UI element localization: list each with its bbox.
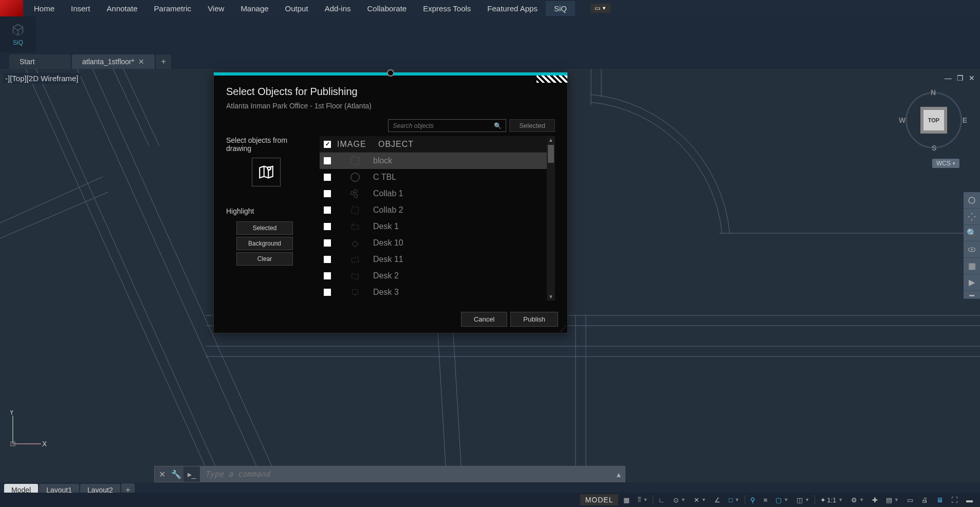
command-history-icon[interactable]: ▴ <box>613 466 625 482</box>
row-checkbox[interactable] <box>324 239 331 247</box>
cancel-button[interactable]: Cancel <box>461 312 507 327</box>
view-label[interactable]: -][Top][2D Wireframe] <box>3 73 81 84</box>
ribbon-addins[interactable]: Add-ins <box>317 1 359 16</box>
wcs-dropdown[interactable]: WCS▾ <box>932 159 959 168</box>
grid-display-icon[interactable]: ▦ <box>620 495 633 505</box>
lock-ui-icon[interactable]: 🖨 <box>918 495 931 505</box>
command-close-icon[interactable]: ✕ <box>155 470 169 479</box>
row-checkbox[interactable] <box>324 256 331 263</box>
select-from-drawing-button[interactable] <box>252 158 281 186</box>
restore-icon[interactable]: ❐ <box>957 74 964 82</box>
table-row[interactable]: Desk 2 <box>320 268 547 284</box>
annotation-icon[interactable]: ⚲ <box>747 495 759 505</box>
nav-play-icon[interactable]: ▶ <box>964 274 980 291</box>
ribbon-insert[interactable]: Insert <box>63 1 99 16</box>
row-checkbox[interactable] <box>324 289 331 296</box>
scroll-down-icon[interactable]: ▼ <box>547 293 555 301</box>
command-input[interactable] <box>200 466 613 482</box>
ortho-icon[interactable]: ∟ <box>655 495 668 505</box>
selection-cycling-icon[interactable]: ◫▼ <box>793 495 812 505</box>
osnap-icon[interactable]: ∠ <box>711 495 724 505</box>
app-logo[interactable] <box>0 0 23 16</box>
viewcube-face-top[interactable]: TOP <box>923 110 944 130</box>
units-icon[interactable]: ▤▼ <box>883 495 902 505</box>
ribbon-express-tools[interactable]: Express Tools <box>415 1 479 16</box>
table-row[interactable]: Desk 11 <box>320 251 547 268</box>
snap-mode-icon[interactable]: ⦙⦙⦙▼ <box>635 495 651 505</box>
search-icon[interactable]: 🔍 <box>494 122 502 129</box>
viewcube-west[interactable]: W <box>899 116 905 124</box>
ucs-icon[interactable]: Y X <box>5 410 46 452</box>
row-checkbox[interactable] <box>324 272 331 279</box>
ribbon-home[interactable]: Home <box>26 1 63 16</box>
ribbon-siq[interactable]: SiQ <box>546 1 575 16</box>
ribbon-output[interactable]: Output <box>277 1 317 16</box>
viewcube-south[interactable]: S <box>932 144 936 152</box>
viewcube-north[interactable]: N <box>931 88 936 97</box>
ribbon-manage[interactable]: Manage <box>232 1 276 16</box>
table-row[interactable]: C TBL <box>320 169 547 185</box>
nav-expand-icon[interactable]: ▬ <box>964 291 980 299</box>
polar-icon[interactable]: ⊙▼ <box>670 495 689 505</box>
table-row[interactable]: Collab 2 <box>320 202 547 218</box>
isolate-objects-icon[interactable]: ⛶ <box>948 495 961 505</box>
column-object[interactable]: OBJECT <box>378 140 545 149</box>
close-icon[interactable]: ✕ <box>138 58 144 66</box>
row-checkbox[interactable] <box>324 190 331 197</box>
dialog-grip-icon[interactable] <box>387 69 394 77</box>
highlight-selected-button[interactable]: Selected <box>236 221 293 235</box>
annotation-scale[interactable]: ✦ 1:1▼ <box>817 495 846 505</box>
dialog-titlebar[interactable] <box>214 72 567 76</box>
ribbon-annotate[interactable]: Annotate <box>99 1 146 16</box>
minimize-icon[interactable]: — <box>945 74 952 82</box>
graphics-performance-icon[interactable]: 🖥 <box>933 495 946 505</box>
viewcube[interactable]: TOP N S E W <box>903 89 965 151</box>
view-selected-button[interactable]: Selected <box>509 119 555 132</box>
annotation-monitor-icon[interactable]: ✚ <box>869 495 881 505</box>
scroll-thumb[interactable] <box>548 145 554 163</box>
highlight-clear-button[interactable]: Clear <box>236 252 293 266</box>
column-image[interactable]: IMAGE <box>337 140 378 149</box>
status-model-button[interactable]: MODEL <box>580 494 619 505</box>
table-row[interactable]: Collab 1 <box>320 185 547 202</box>
table-row[interactable]: Desk 1 <box>320 218 547 235</box>
publish-button[interactable]: Publish <box>510 312 558 327</box>
nav-zoom-icon[interactable]: 🔍 <box>964 225 980 241</box>
ribbon-parametric[interactable]: Parametric <box>146 1 200 16</box>
nav-showmotion-icon[interactable]: ▦ <box>964 258 980 274</box>
siq-panel-button[interactable]: SiQ <box>0 16 36 52</box>
table-row[interactable]: Desk 10 <box>320 235 547 251</box>
row-checkbox[interactable] <box>324 206 331 214</box>
file-tab-atlanta[interactable]: atlanta_1stfloor* ✕ <box>72 54 155 69</box>
lineweight-icon[interactable]: ≡ <box>761 495 771 505</box>
row-checkbox[interactable] <box>324 174 331 181</box>
ribbon-view[interactable]: View <box>199 1 232 16</box>
nav-pan-icon[interactable] <box>964 209 980 225</box>
clean-screen-icon[interactable]: ▬ <box>963 495 976 505</box>
nav-orbit-icon[interactable] <box>964 241 980 258</box>
table-scrollbar[interactable]: ▲ ▼ <box>547 136 555 301</box>
file-tab-start[interactable]: Start <box>9 54 71 69</box>
search-input[interactable] <box>393 122 490 129</box>
isodraft-icon[interactable]: ✕▼ <box>691 495 709 505</box>
transparency-icon[interactable]: ▢▼ <box>772 495 791 505</box>
object-snap-icon[interactable]: □▼ <box>726 495 743 505</box>
ribbon-extra-dropdown[interactable]: ▭ ▼ <box>590 4 611 13</box>
viewcube-east[interactable]: E <box>963 116 967 124</box>
close-icon[interactable]: ✕ <box>969 74 975 82</box>
scroll-up-icon[interactable]: ▲ <box>547 136 555 144</box>
command-customize-icon[interactable]: 🔧 <box>169 470 183 479</box>
quick-properties-icon[interactable]: ▭ <box>904 495 916 505</box>
table-row[interactable]: Desk 3 <box>320 284 547 301</box>
ribbon-featured-apps[interactable]: Featured Apps <box>479 1 546 16</box>
select-all-checkbox[interactable]: ✓ <box>324 141 331 148</box>
row-checkbox[interactable] <box>324 223 331 230</box>
highlight-background-button[interactable]: Background <box>236 237 293 250</box>
row-checkbox[interactable] <box>324 157 331 164</box>
resize-grip-icon[interactable]: ⋰ <box>560 325 566 332</box>
workspace-icon[interactable]: ⚙▼ <box>848 495 867 505</box>
nav-wheel-icon[interactable] <box>964 192 980 209</box>
add-tab-button[interactable]: + <box>156 54 171 69</box>
ribbon-collaborate[interactable]: Collaborate <box>359 1 415 16</box>
table-row[interactable]: block <box>320 153 547 169</box>
